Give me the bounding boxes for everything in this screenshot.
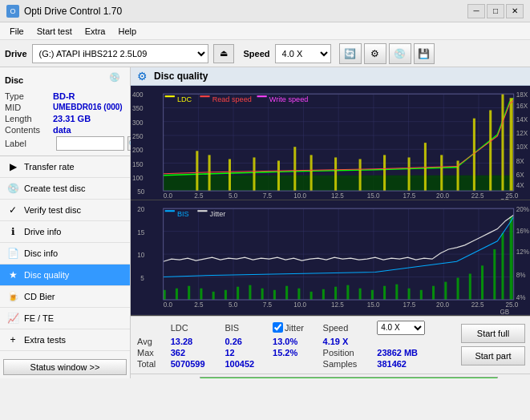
title-bar: O Opti Drive Control 1.70 ─ □ ✕	[0, 0, 530, 22]
app-title: Opti Drive Control 1.70	[24, 6, 122, 17]
disc-icon: 💿	[109, 72, 125, 88]
nav-label-drive-info: Drive info	[24, 227, 61, 236]
col-ldc	[137, 320, 171, 336]
save-button[interactable]: 💾	[414, 43, 435, 64]
svg-text:Jitter: Jitter	[210, 211, 226, 219]
svg-rect-23	[253, 157, 255, 191]
avg-speed: 4.19 X	[323, 336, 378, 347]
label-input[interactable]	[56, 136, 124, 151]
refresh-button[interactable]: 🔄	[339, 43, 362, 64]
max-jitter: 15.2%	[273, 347, 322, 358]
eject-button[interactable]: ⏏	[213, 44, 234, 63]
svg-rect-30	[408, 157, 411, 191]
nav-item-drive-info[interactable]: ℹDrive info	[0, 221, 130, 243]
svg-text:50: 50	[137, 188, 145, 196]
nav-label-create-test-disc: Create test disc	[24, 184, 85, 193]
svg-rect-94	[225, 290, 227, 300]
col-ldc-header: LDC	[171, 320, 225, 336]
burn-button[interactable]: 💿	[389, 43, 411, 64]
svg-text:GB: GB	[500, 198, 509, 200]
drive-select[interactable]: (G:) ATAPI iHBS212 2.5L09	[32, 44, 208, 63]
start-full-button[interactable]: Start full	[461, 324, 525, 343]
progress-percent: 100.0%	[200, 378, 497, 378]
svg-rect-90	[176, 289, 178, 300]
chart-header: ⚙ Disc quality	[131, 67, 530, 86]
nav-icon-drive-info: ℹ	[6, 225, 19, 238]
start-part-button[interactable]: Start part	[461, 346, 525, 365]
nav-items: ▶Transfer rate💿Create test disc✓Verify t…	[0, 156, 130, 351]
col-jitter-cb: Jitter	[273, 320, 322, 336]
stats-table-area: LDC BIS Jitter Speed 4.0 X	[131, 317, 456, 374]
max-row: Max 362 12 15.2% Position 23862 MB	[137, 347, 450, 358]
menu-extra[interactable]: Extra	[79, 25, 112, 38]
svg-text:14X: 14X	[516, 116, 528, 123]
svg-rect-25	[293, 147, 296, 191]
nav-item-transfer-rate[interactable]: ▶Transfer rate	[0, 156, 130, 178]
drive-label: Drive	[5, 49, 27, 59]
chart-title: Disc quality	[154, 71, 208, 82]
position-label: Position	[323, 347, 378, 358]
svg-rect-91	[188, 286, 190, 300]
minimize-button[interactable]: ─	[467, 4, 485, 18]
type-val: BD-R	[53, 91, 75, 101]
svg-text:0.0: 0.0	[164, 301, 173, 309]
jitter-checkbox[interactable]	[273, 322, 283, 333]
svg-rect-29	[383, 155, 386, 191]
svg-text:4X: 4X	[516, 182, 525, 189]
avg-ldc: 13.28	[171, 336, 225, 347]
svg-rect-34	[473, 119, 475, 191]
svg-text:18X: 18X	[516, 91, 528, 99]
svg-rect-121	[197, 210, 207, 212]
menu-start-test[interactable]: Start test	[30, 25, 79, 38]
content-area: ⚙ Disc quality	[131, 67, 530, 378]
nav-item-cd-bier[interactable]: 🍺CD Bier	[0, 286, 130, 308]
nav-label-verify-test-disc: Verify test disc	[24, 205, 81, 215]
svg-text:12.5: 12.5	[331, 301, 344, 309]
nav-item-disc-quality[interactable]: ★Disc quality	[0, 265, 130, 286]
settings-button[interactable]: ⚙	[364, 43, 386, 64]
nav-item-extra-tests[interactable]: +Extra tests	[0, 329, 130, 351]
svg-rect-112	[444, 282, 447, 300]
svg-text:4%: 4%	[516, 294, 526, 301]
close-button[interactable]: ✕	[506, 4, 524, 18]
svg-text:0.0: 0.0	[164, 192, 173, 200]
svg-text:10X: 10X	[516, 143, 528, 151]
svg-rect-105	[359, 289, 362, 300]
bottom-chart: BIS Jitter 20 15 10 5 20% 16% 12% 8% 4% …	[131, 200, 530, 315]
svg-text:16X: 16X	[516, 103, 528, 110]
nav-item-create-test-disc[interactable]: 💿Create test disc	[0, 178, 130, 200]
maximize-button[interactable]: □	[487, 4, 504, 18]
svg-rect-106	[371, 290, 374, 300]
menu-help[interactable]: Help	[111, 25, 143, 38]
svg-text:12%: 12%	[516, 248, 529, 256]
speed-select[interactable]: 4.0 X	[275, 44, 331, 63]
svg-rect-98	[273, 290, 276, 300]
menu-bar: File Start test Extra Help	[0, 22, 530, 40]
avg-bis: 0.26	[225, 336, 273, 347]
time-elapsed: 33:13	[503, 378, 525, 378]
mid-val: UMEBDR016 (000)	[53, 103, 123, 112]
toolbar: Drive (G:) ATAPI iHBS212 2.5L09 ⏏ Speed …	[0, 40, 530, 67]
svg-text:22.5: 22.5	[471, 301, 484, 309]
chart-header-icon: ⚙	[137, 70, 148, 83]
svg-text:20: 20	[137, 207, 145, 214]
menu-file[interactable]: File	[3, 25, 30, 38]
svg-text:7.5: 7.5	[263, 192, 273, 200]
sidebar: Disc 💿 Type BD-R MID UMEBDR016 (000) Len…	[0, 67, 131, 378]
nav-item-verify-test-disc[interactable]: ✓Verify test disc	[0, 200, 130, 221]
quality-speed-select[interactable]: 4.0 X	[377, 321, 425, 335]
svg-text:12X: 12X	[516, 130, 528, 137]
nav-label-extra-tests: Extra tests	[24, 335, 66, 345]
nav-item-disc-info[interactable]: 📄Disc info	[0, 243, 130, 265]
nav-item-fe-te[interactable]: 📈FE / TE	[0, 308, 130, 329]
svg-rect-117	[501, 233, 504, 300]
svg-text:17.5: 17.5	[403, 192, 415, 200]
svg-rect-32	[440, 155, 443, 191]
status-window-button[interactable]: Status window >>	[3, 359, 127, 375]
avg-jitter: 13.0%	[273, 336, 322, 347]
svg-rect-37	[510, 98, 513, 191]
svg-rect-118	[510, 217, 513, 301]
svg-marker-19	[164, 176, 514, 191]
disc-title: Disc	[5, 75, 23, 85]
window-controls: ─ □ ✕	[467, 4, 524, 18]
